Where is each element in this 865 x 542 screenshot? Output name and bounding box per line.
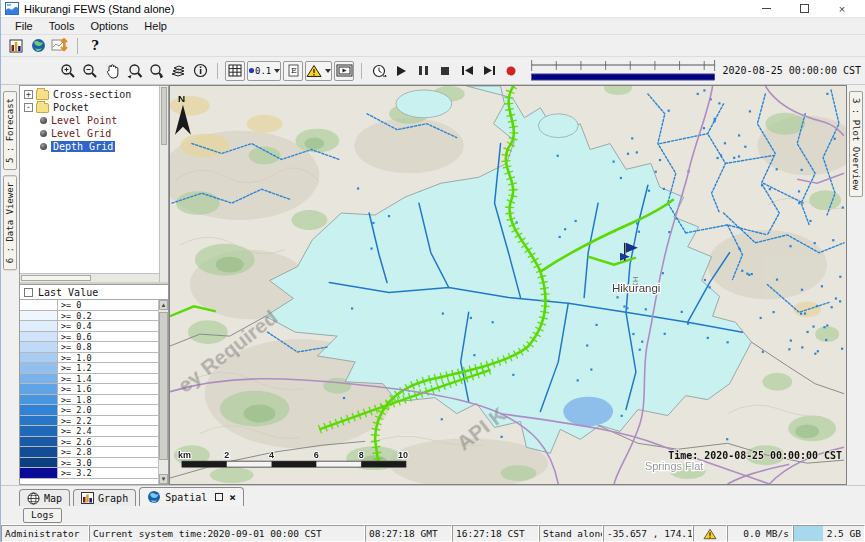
scroll-down-icon[interactable]: ▼ xyxy=(159,474,168,484)
legend-row[interactable]: >= 0.6 xyxy=(20,332,158,343)
status-warning-cell[interactable] xyxy=(693,525,727,542)
help-button[interactable]: ? xyxy=(85,36,105,56)
maximize-button[interactable] xyxy=(785,1,823,17)
tree-expander-icon[interactable]: - xyxy=(24,103,33,112)
scroll-thumb[interactable] xyxy=(21,275,91,281)
legend-row[interactable]: >= 2.2 xyxy=(20,416,158,427)
legend-color-swatch xyxy=(20,426,58,436)
tab-data-viewer[interactable]: 6 : Data Viewer xyxy=(3,175,17,270)
legend-row[interactable]: >= 0.2 xyxy=(20,311,158,322)
legend-row[interactable]: >= 1.0 xyxy=(20,353,158,364)
toolbar-separator xyxy=(217,63,218,79)
legend-row[interactable]: >= 1.2 xyxy=(20,363,158,374)
layers-button[interactable] xyxy=(168,61,188,81)
menu-help[interactable]: Help xyxy=(136,19,175,34)
legend-row[interactable]: >= 0.4 xyxy=(20,321,158,332)
legend-color-swatch xyxy=(20,384,58,394)
tree-item-depth-grid[interactable]: Depth Grid xyxy=(20,140,159,153)
tab-map[interactable]: Map xyxy=(19,489,70,506)
scale-tick-label: 10 xyxy=(398,450,408,460)
record-button[interactable] xyxy=(501,61,521,81)
legend-color-swatch xyxy=(20,405,58,415)
legend-color-swatch xyxy=(20,468,58,478)
tree-item-level-point[interactable]: Level Point xyxy=(20,114,159,127)
close-button[interactable]: × xyxy=(823,1,861,17)
labels-toggle-button[interactable]: E xyxy=(283,61,303,81)
tree-vertical-scrollbar[interactable] xyxy=(159,86,168,282)
legend-row[interactable]: >= 0.8 xyxy=(20,342,158,353)
node-bullet-icon xyxy=(40,143,47,150)
status-local-time: 16:27:18 CST xyxy=(452,525,539,542)
info-button[interactable] xyxy=(190,61,210,81)
timeseries-display-button[interactable] xyxy=(6,36,26,56)
tree-item-label[interactable]: Level Grid xyxy=(51,128,111,139)
tree-item-cross-section[interactable]: +Cross-section xyxy=(20,88,159,101)
tab-spatial[interactable]: Spatial × xyxy=(139,487,244,506)
tab-close-icon[interactable]: × xyxy=(229,491,236,504)
timeline-slider[interactable] xyxy=(530,59,716,83)
point-size-button[interactable]: 0.1 xyxy=(247,61,281,81)
tab-maximize-icon[interactable] xyxy=(215,493,223,501)
menu-file[interactable]: File xyxy=(7,19,41,34)
tree-item-label[interactable]: Level Point xyxy=(51,115,117,126)
legend-row-label: >= 0 xyxy=(58,300,158,310)
tree-item-level-grid[interactable]: Level Grid xyxy=(20,127,159,140)
tab-forecast[interactable]: 5 : Forecast xyxy=(3,91,17,170)
timer-button[interactable] xyxy=(369,61,389,81)
step-forward-button[interactable] xyxy=(479,61,499,81)
zoom-in-button[interactable] xyxy=(58,61,78,81)
tab-plot-overview[interactable]: 3 : Plot Overview xyxy=(849,91,863,197)
legend-row-label: >= 1.0 xyxy=(58,353,158,363)
legend-row[interactable]: >= 2.6 xyxy=(20,437,158,448)
zoom-next-button[interactable] xyxy=(146,61,166,81)
pause-button[interactable] xyxy=(413,61,433,81)
scroll-up-icon[interactable]: ▲ xyxy=(159,300,168,310)
legend-row[interactable]: >= 2.0 xyxy=(20,405,158,416)
tab-graph[interactable]: Graph xyxy=(73,489,136,506)
map-canvas[interactable]: ey Required API K H1 Hikurangi Springs F… xyxy=(170,86,846,484)
spatial-display-button[interactable] xyxy=(28,36,48,56)
stop-button[interactable] xyxy=(435,61,455,81)
thresholds-button[interactable] xyxy=(305,61,332,81)
zoom-out-button[interactable] xyxy=(80,61,100,81)
legend-color-swatch xyxy=(20,447,58,457)
logs-bar: Logs xyxy=(1,506,865,524)
timer-icon xyxy=(371,63,387,79)
tree-item-label[interactable]: Pocket xyxy=(53,102,89,113)
legend-row[interactable]: >= 1.8 xyxy=(20,395,158,406)
legend-row[interactable]: >= 1.4 xyxy=(20,374,158,385)
legend-row[interactable]: >= 0 xyxy=(20,300,158,311)
legend-row[interactable]: >= 1.6 xyxy=(20,384,158,395)
legend-row[interactable]: >= 3.2 xyxy=(20,468,158,479)
scale-tick-label: 4 xyxy=(269,450,274,460)
minimize-button[interactable] xyxy=(747,1,785,17)
legend-row[interactable]: >= 2.4 xyxy=(20,426,158,437)
logs-button[interactable]: Logs xyxy=(23,508,62,523)
grid-display-button[interactable] xyxy=(225,61,245,81)
animation-button[interactable] xyxy=(334,61,354,81)
flood-patch xyxy=(396,90,452,118)
tree-expander-icon[interactable]: + xyxy=(24,90,33,99)
tree-item-label[interactable]: Depth Grid xyxy=(51,141,115,152)
database-viewer-button[interactable] xyxy=(50,36,70,56)
menu-options[interactable]: Options xyxy=(82,19,136,34)
menu-tools[interactable]: Tools xyxy=(41,19,83,34)
tree-horizontal-scrollbar[interactable] xyxy=(20,273,159,282)
scroll-thumb[interactable] xyxy=(161,87,167,145)
tree-item-pocket[interactable]: -Pocket xyxy=(20,101,159,114)
tree-item-label[interactable]: Cross-section xyxy=(53,89,131,100)
step-back-button[interactable] xyxy=(457,61,477,81)
legend-scrollbar[interactable]: ▲ ▼ xyxy=(158,300,168,484)
timeline-track[interactable] xyxy=(530,59,716,83)
last-value-checkbox[interactable] xyxy=(24,288,33,297)
map-viewport[interactable]: ey Required API K H1 Hikurangi Springs F… xyxy=(169,85,847,485)
legend-row[interactable]: >= 2.8 xyxy=(20,447,158,458)
play-button[interactable] xyxy=(391,61,411,81)
legend-row[interactable]: >= 3.0 xyxy=(20,458,158,469)
play-icon xyxy=(395,65,407,77)
pan-button[interactable] xyxy=(102,61,122,81)
scroll-thumb[interactable] xyxy=(159,312,168,460)
node-bullet-icon xyxy=(40,117,47,124)
legend-rows: >= 0>= 0.2>= 0.4>= 0.6>= 0.8>= 1.0>= 1.2… xyxy=(20,300,158,479)
zoom-previous-button[interactable] xyxy=(124,61,144,81)
